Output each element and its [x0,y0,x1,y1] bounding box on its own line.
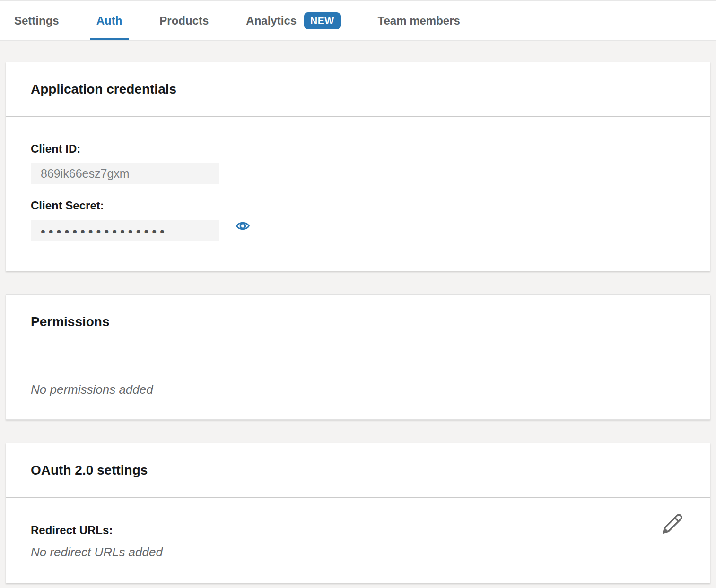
tab-auth-label: Auth [96,14,122,27]
oauth-settings-header: OAuth 2.0 settings [6,443,710,498]
tab-products-label: Products [159,14,209,27]
client-secret-row: •••••••••••••••• [31,212,685,241]
tab-team-members[interactable]: Team members [371,1,467,40]
tab-analytics-label: Analytics [246,14,297,27]
new-badge: NEW [304,12,341,29]
no-redirect-urls-text: No redirect URLs added [31,545,685,560]
permissions-body: No permissions added [6,349,710,419]
eye-icon [236,220,250,233]
client-id-field[interactable]: 869ik66esz7gxm [31,163,219,184]
permissions-header: Permissions [6,295,710,349]
oauth-settings-card: OAuth 2.0 settings Redirect URLs: No red… [6,443,710,583]
tab-auth[interactable]: Auth [90,1,129,40]
edit-redirect-urls-button[interactable] [662,513,683,536]
application-credentials-card: Application credentials Client ID: 869ik… [6,62,710,271]
reveal-secret-button[interactable] [236,220,250,233]
client-secret-field[interactable]: •••••••••••••••• [31,220,219,241]
oauth-settings-body: Redirect URLs: No redirect URLs added [6,498,710,583]
no-permissions-text: No permissions added [31,382,685,397]
tab-settings-label: Settings [14,14,59,27]
tab-team-members-label: Team members [378,14,460,27]
client-secret-label: Client Secret: [31,199,685,212]
redirect-urls-label: Redirect URLs: [31,524,685,537]
tab-settings[interactable]: Settings [8,1,66,40]
application-credentials-header: Application credentials [6,62,710,117]
client-id-label: Client ID: [31,142,685,156]
client-secret-masked-value: •••••••••••••••• [41,222,168,238]
client-id-value: 869ik66esz7gxm [41,167,130,181]
oauth-settings-title: OAuth 2.0 settings [31,463,148,478]
tab-products[interactable]: Products [153,1,215,40]
pencil-icon [662,513,683,536]
application-credentials-body: Client ID: 869ik66esz7gxm Client Secret:… [6,117,710,271]
permissions-title: Permissions [31,314,110,329]
tab-analytics[interactable]: Analytics NEW [239,1,347,40]
tab-bar: Settings Auth Products Analytics NEW Tea… [0,0,716,41]
permissions-card: Permissions No permissions added [6,294,710,420]
application-credentials-title: Application credentials [31,82,176,97]
